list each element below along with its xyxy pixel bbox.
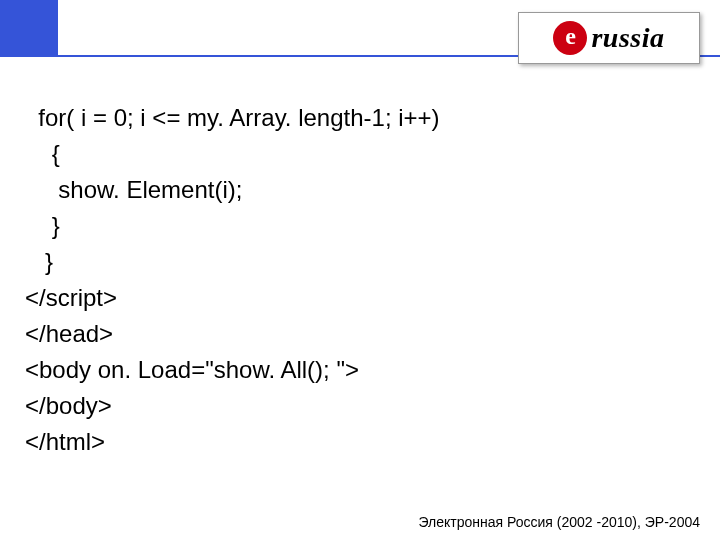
code-line: </head> <box>25 320 113 347</box>
code-line: } <box>25 248 53 275</box>
code-line: </html> <box>25 428 105 455</box>
code-block: for( i = 0; i <= my. Array. length-1; i+… <box>25 100 700 460</box>
logo-e-russia: russia <box>518 12 700 64</box>
code-line: </body> <box>25 392 112 419</box>
code-line: <body on. Load="show. All(); "> <box>25 356 359 383</box>
slide: russia for( i = 0; i <= my. Array. lengt… <box>0 0 720 540</box>
code-line: show. Element(i); <box>25 176 242 203</box>
logo-badge-icon <box>553 21 587 55</box>
footer-text: Электронная Россия (2002 -2010), ЭР-2004 <box>419 514 701 530</box>
code-line: } <box>25 212 60 239</box>
logo-text: russia <box>591 22 664 54</box>
code-line: </script> <box>25 284 117 311</box>
code-line: { <box>25 140 60 167</box>
header-accent-box <box>0 0 58 55</box>
code-line: for( i = 0; i <= my. Array. length-1; i+… <box>25 104 440 131</box>
